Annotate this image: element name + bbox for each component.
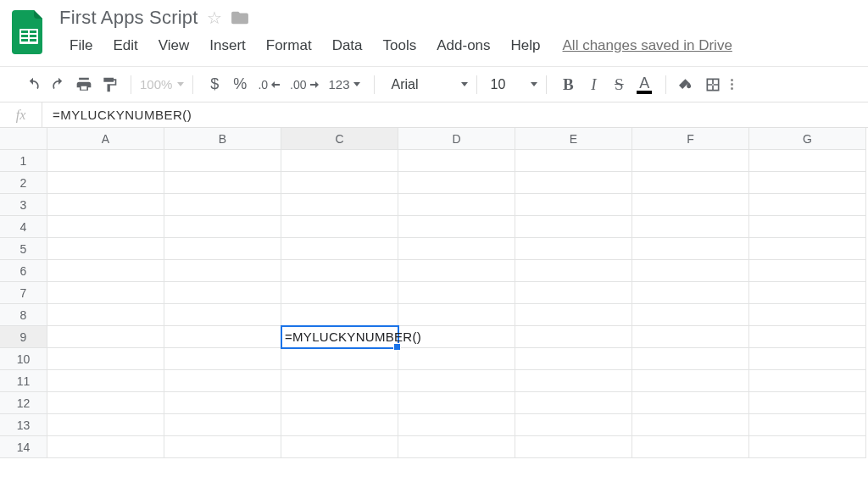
print-button[interactable] [71,72,97,97]
cell-A12[interactable] [47,392,164,414]
cell-B14[interactable] [164,436,281,458]
cell-E4[interactable] [515,216,632,238]
cell-F11[interactable] [632,370,749,392]
cell-B2[interactable] [164,172,281,194]
cell-E9[interactable] [515,326,632,348]
cell-E13[interactable] [515,414,632,436]
cell-B7[interactable] [164,282,281,304]
cell-A13[interactable] [47,414,164,436]
cell-D3[interactable] [398,194,515,216]
row-header-2[interactable]: 2 [0,172,47,194]
cell-E3[interactable] [515,194,632,216]
menu-addons[interactable]: Add-ons [426,34,500,58]
cell-A4[interactable] [47,216,164,238]
font-select[interactable]: Arial [392,77,468,92]
cell-A6[interactable] [47,260,164,282]
column-header-A[interactable]: A [47,128,164,150]
cell-E6[interactable] [515,260,632,282]
cell-B1[interactable] [164,150,281,172]
font-size-select[interactable]: 10 [491,77,538,92]
cell-G13[interactable] [749,414,866,436]
cell-B4[interactable] [164,216,281,238]
cell-A7[interactable] [47,282,164,304]
cell-C14[interactable] [281,436,398,458]
row-header-14[interactable]: 14 [0,436,47,458]
menu-tools[interactable]: Tools [373,34,427,58]
cell-D1[interactable] [398,150,515,172]
cell-D11[interactable] [398,370,515,392]
cell-B6[interactable] [164,260,281,282]
cell-D4[interactable] [398,216,515,238]
cell-A8[interactable] [47,304,164,326]
cell-B9[interactable] [164,326,281,348]
cell-C6[interactable] [281,260,398,282]
cell-B5[interactable] [164,238,281,260]
save-status[interactable]: All changes saved in Drive [563,37,732,54]
strikethrough-button[interactable]: S [606,72,632,97]
cell-F13[interactable] [632,414,749,436]
cell-D2[interactable] [398,172,515,194]
cell-F7[interactable] [632,282,749,304]
row-header-5[interactable]: 5 [0,238,47,260]
row-header-12[interactable]: 12 [0,392,47,414]
move-folder-icon[interactable] [231,10,249,25]
cell-D7[interactable] [398,282,515,304]
document-title[interactable]: First Apps Script [59,7,198,29]
percent-button[interactable]: % [227,72,253,97]
cell-F4[interactable] [632,216,749,238]
cell-E11[interactable] [515,370,632,392]
row-header-13[interactable]: 13 [0,414,47,436]
cell-C9[interactable]: =MYLUCKYNUMBER() [281,326,398,348]
cell-C1[interactable] [281,150,398,172]
cell-A5[interactable] [47,238,164,260]
more-toolbar-icon[interactable] [731,79,733,90]
cell-A9[interactable] [47,326,164,348]
paint-format-button[interactable] [97,72,122,97]
cell-E10[interactable] [515,348,632,370]
increase-decimal-button[interactable]: .00 [285,72,323,97]
cell-D12[interactable] [398,392,515,414]
currency-button[interactable]: $ [202,72,227,97]
cell-D13[interactable] [398,414,515,436]
cell-C5[interactable] [281,238,398,260]
cell-G10[interactable] [749,348,866,370]
cell-G5[interactable] [749,238,866,260]
row-header-3[interactable]: 3 [0,194,47,216]
cell-F6[interactable] [632,260,749,282]
formula-input[interactable] [42,108,868,122]
spreadsheet-grid[interactable]: ABCDEFG123456789=MYLUCKYNUMBER()10111213… [0,128,868,458]
cell-A3[interactable] [47,194,164,216]
cell-G9[interactable] [749,326,866,348]
cell-A2[interactable] [47,172,164,194]
column-header-G[interactable]: G [749,128,866,150]
cell-G14[interactable] [749,436,866,458]
cell-G6[interactable] [749,260,866,282]
borders-button[interactable] [700,72,726,97]
fill-color-button[interactable] [675,72,700,97]
row-header-1[interactable]: 1 [0,150,47,172]
column-header-B[interactable]: B [164,128,281,150]
menu-view[interactable]: View [148,34,200,58]
cell-G3[interactable] [749,194,866,216]
cell-D5[interactable] [398,238,515,260]
redo-button[interactable] [46,72,71,97]
cell-E8[interactable] [515,304,632,326]
zoom-select[interactable]: 100% [140,77,184,91]
column-header-D[interactable]: D [398,128,515,150]
row-header-8[interactable]: 8 [0,304,47,326]
cell-F10[interactable] [632,348,749,370]
column-header-C[interactable]: C [281,128,398,150]
row-header-6[interactable]: 6 [0,260,47,282]
cell-C2[interactable] [281,172,398,194]
menu-insert[interactable]: Insert [199,34,256,58]
italic-button[interactable]: I [581,72,606,97]
cell-A1[interactable] [47,150,164,172]
cell-C10[interactable] [281,348,398,370]
decrease-decimal-button[interactable]: .0 [253,72,285,97]
cell-C7[interactable] [281,282,398,304]
select-all-corner[interactable] [0,128,47,150]
menu-help[interactable]: Help [501,34,551,58]
cell-E2[interactable] [515,172,632,194]
cell-E14[interactable] [515,436,632,458]
cell-C12[interactable] [281,392,398,414]
